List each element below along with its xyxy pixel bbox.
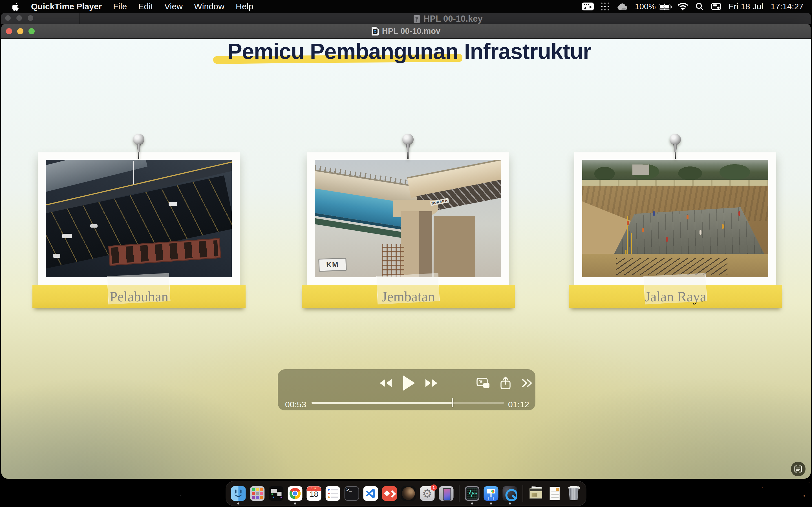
trash-icon: [566, 486, 581, 501]
screen-mirroring-icon[interactable]: [582, 3, 594, 10]
dock-item-chrome[interactable]: [288, 486, 303, 501]
photo-text-km: KM: [318, 258, 347, 272]
dots-grid-icon[interactable]: [601, 2, 610, 11]
dock-item-planet-app[interactable]: [401, 486, 416, 501]
battery-charging-icon: [659, 4, 670, 10]
wallpaper-star: [809, 482, 809, 483]
running-indicator: [509, 503, 511, 504]
dock-item-launchpad[interactable]: [250, 486, 265, 501]
zoom-button[interactable]: [29, 28, 35, 34]
photo-road-illustration: [582, 160, 768, 277]
slide-title: Pemicu Pembangunan Infrastruktur: [4, 39, 811, 64]
chevrons-icon[interactable]: [521, 378, 532, 388]
inactive-close-button[interactable]: [5, 15, 11, 21]
background-window-keynote[interactable]: HPL 00-10.key: [1, 13, 811, 24]
tape-strip: [644, 273, 707, 304]
keynote-window-title: HPL 00-10.key: [423, 14, 483, 24]
wallpaper-star: [762, 487, 763, 488]
chrome-icon: [288, 486, 303, 501]
dock-item-quicktime[interactable]: [503, 486, 517, 501]
wallpaper-star: [804, 495, 805, 497]
fast-forward-icon[interactable]: [425, 379, 437, 387]
tape-strip: [107, 273, 170, 304]
menu-bar-time[interactable]: 17:14:27: [770, 2, 804, 11]
quicktime-icon: [503, 486, 517, 501]
photo-bridge-illustration: BUKAKA KM: [315, 160, 501, 277]
window-manager-icon: [269, 486, 284, 501]
search-icon[interactable]: [695, 2, 704, 11]
menu-item-window[interactable]: Window: [194, 2, 224, 11]
active-app-name[interactable]: QuickTime Player: [31, 2, 102, 11]
dock-item-keynote[interactable]: [484, 486, 499, 501]
dock-item-vscode[interactable]: [363, 486, 378, 501]
inactive-minimize-button[interactable]: [16, 15, 22, 21]
timeline-played: [312, 402, 453, 404]
minimize-button[interactable]: [17, 28, 23, 34]
window-title-group: HPL 00-10.mov: [371, 26, 441, 36]
menu-bar-left: QuickTime Player File Edit View Window H…: [0, 2, 253, 11]
quicktime-window: Pemicu Pembangunan Infrastruktur Pelabuh…: [1, 24, 811, 479]
calendar-icon: JUL 18: [307, 486, 321, 501]
keynote-icon: [484, 486, 499, 501]
keynote-title-group: HPL 00-10.key: [414, 14, 483, 24]
keynote-doc-icon: [414, 15, 420, 23]
dock-item-calendar[interactable]: JUL 18: [307, 486, 321, 501]
menu-item-view[interactable]: View: [164, 2, 183, 11]
close-button[interactable]: [6, 28, 12, 34]
pip-icon[interactable]: [476, 378, 490, 389]
dock-item-diamond-app[interactable]: [382, 486, 397, 501]
timeline-scrubber[interactable]: [312, 402, 504, 404]
calendar-day: 18: [307, 490, 321, 499]
apple-icon[interactable]: [12, 2, 20, 11]
window-titlebar[interactable]: HPL 00-10.mov: [1, 24, 811, 39]
share-icon[interactable]: [500, 377, 511, 390]
reminders-icon: [326, 486, 340, 501]
dock-item-notes-stack[interactable]: [548, 486, 562, 501]
launchpad-icon: [250, 486, 265, 501]
menu-item-help[interactable]: Help: [236, 2, 253, 11]
quicktime-doc-icon: [371, 27, 378, 36]
rewind-icon[interactable]: [380, 379, 392, 387]
cloud-icon[interactable]: [617, 3, 627, 10]
vscode-icon: [363, 486, 378, 501]
battery-percent: 100%: [635, 2, 656, 11]
menu-item-edit[interactable]: Edit: [138, 2, 153, 11]
subtitles-icon[interactable]: [791, 462, 806, 476]
dock-item-iphone-mirroring[interactable]: [439, 486, 454, 501]
menu-bar-date[interactable]: Fri 18 Jul: [728, 2, 763, 11]
dock-item-settings[interactable]: ⚙ 1: [420, 486, 435, 501]
elapsed-time: 00:53: [285, 400, 306, 409]
menu-bar-status: 100% Fri 18 Jul 17:14:27: [582, 2, 812, 11]
dock-item-window-manager[interactable]: [269, 486, 284, 501]
keynote-sidebar-sliver: [1, 13, 79, 24]
dock-item-finder[interactable]: [231, 486, 246, 501]
running-indicator: [238, 503, 239, 504]
menu-item-file[interactable]: File: [113, 2, 127, 11]
push-pin-icon: [669, 134, 681, 159]
control-center-icon[interactable]: [711, 3, 721, 10]
push-pin-icon: [133, 134, 145, 159]
terminal-icon: >_: [345, 486, 359, 501]
keynote-pane-divider: [79, 13, 80, 24]
playhead[interactable]: [452, 398, 453, 407]
dock-item-reminders[interactable]: [326, 486, 340, 501]
notification-badge: 1: [431, 485, 437, 491]
dock-item-activity-monitor[interactable]: [465, 486, 479, 501]
document-stack-icon: [548, 486, 562, 501]
inactive-zoom-button[interactable]: [28, 15, 33, 21]
desktop: QuickTime Player File Edit View Window H…: [0, 0, 812, 507]
dock: JUL 18 >_ ⚙ 1: [226, 481, 587, 506]
dock-separator: [523, 485, 523, 502]
wifi-icon[interactable]: [678, 3, 688, 10]
battery-status[interactable]: 100%: [635, 2, 670, 11]
play-icon[interactable]: [403, 376, 415, 391]
running-indicator: [471, 503, 473, 504]
dock-item-terminal[interactable]: >_: [345, 486, 359, 501]
documents-stack-icon: [529, 486, 543, 501]
dock-item-trash[interactable]: [566, 486, 581, 501]
diamond-chevron-icon: [382, 486, 397, 501]
dock-item-documents-stack[interactable]: [529, 486, 543, 501]
tape-strip: [376, 273, 440, 304]
activity-monitor-icon: [465, 486, 479, 501]
iphone-mirroring-icon: [439, 486, 454, 501]
